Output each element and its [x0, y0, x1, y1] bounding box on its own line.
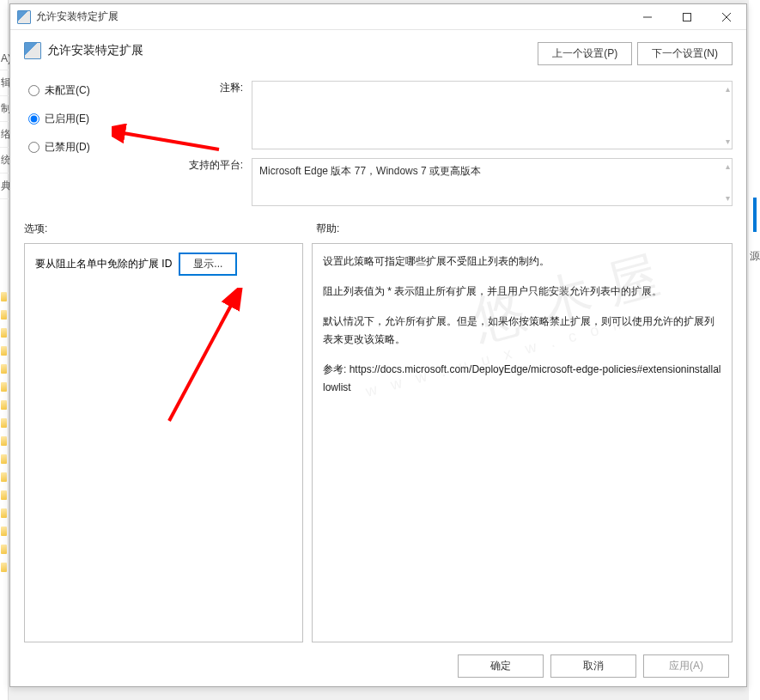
- platform-textarea: Microsoft Edge 版本 77，Windows 7 或更高版本 ▴ ▾: [252, 158, 733, 206]
- option-row-label: 要从阻止名单中免除的扩展 ID: [35, 257, 172, 271]
- policy-title: 允许安装特定扩展: [47, 43, 143, 58]
- next-setting-button[interactable]: 下一个设置(N): [637, 42, 733, 65]
- bg-left-chars: A) 辑 制 络 统 典: [0, 47, 9, 199]
- radio-enabled[interactable]: 已启用(E): [28, 112, 204, 126]
- comment-textarea[interactable]: ▴ ▾: [252, 81, 733, 149]
- help-p4: 参考: https://docs.microsoft.com/DeployEdg…: [323, 361, 721, 397]
- options-label: 选项:: [24, 222, 316, 236]
- maximize-button[interactable]: [667, 4, 707, 30]
- ok-button[interactable]: 确定: [458, 654, 544, 678]
- window-title: 允许安装特定扩展: [36, 9, 628, 24]
- help-label: 帮助:: [316, 222, 339, 236]
- close-button[interactable]: [707, 4, 746, 30]
- bg-right-strip: 源: [749, 0, 760, 700]
- help-p3: 默认情况下，允许所有扩展。但是，如果你按策略禁止扩展，则可以使用允许的扩展列表来…: [323, 313, 721, 349]
- bg-left-strip: A) 辑 制 络 统 典: [0, 0, 9, 700]
- platform-label: 支持的平台:: [183, 158, 252, 206]
- help-p2: 阻止列表值为 * 表示阻止所有扩展，并且用户只能安装允许列表中的扩展。: [323, 283, 721, 301]
- dialog-window: 允许安装特定扩展 允许安装特定扩展 上一个设置(P) 下一个设置(N): [9, 3, 747, 687]
- radio-not-configured[interactable]: 未配置(C): [28, 83, 204, 98]
- scroll-up-icon: ▴: [726, 84, 730, 94]
- titlebar: 允许安装特定扩展: [10, 4, 746, 30]
- policy-icon: [24, 42, 41, 59]
- bg-folder-strip: [1, 292, 7, 581]
- scroll-down-icon: ▾: [726, 193, 730, 203]
- comment-label: 注释:: [204, 81, 252, 149]
- help-panel: 设置此策略可指定哪些扩展不受阻止列表的制约。 阻止列表值为 * 表示阻止所有扩展…: [312, 243, 733, 642]
- help-p1: 设置此策略可指定哪些扩展不受阻止列表的制约。: [323, 253, 721, 271]
- minimize-button[interactable]: [628, 4, 667, 30]
- apply-button[interactable]: 应用(A): [643, 654, 729, 678]
- cancel-button[interactable]: 取消: [550, 654, 636, 678]
- scroll-down-icon: ▾: [726, 137, 730, 146]
- svg-rect-0: [684, 13, 691, 21]
- scroll-up-icon: ▴: [726, 161, 730, 171]
- options-panel: 要从阻止名单中免除的扩展 ID 显示...: [24, 243, 303, 642]
- radio-disabled[interactable]: 已禁用(D): [28, 140, 204, 155]
- show-button[interactable]: 显示...: [179, 253, 237, 276]
- prev-setting-button[interactable]: 上一个设置(P): [538, 42, 632, 65]
- app-icon: [17, 10, 31, 24]
